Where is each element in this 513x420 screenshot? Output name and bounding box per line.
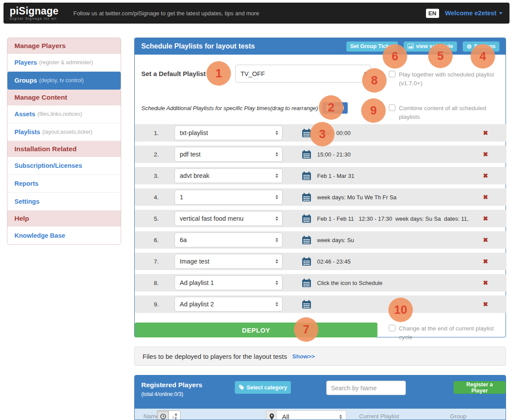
playlist-select[interactable]: vertical fast food menu [174,211,283,226]
select-spinner-icon [276,281,278,285]
remove-playlist-button[interactable]: ✖ [483,129,488,136]
playlist-row-number: 4. [151,194,159,201]
playlist-select[interactable]: txt-playlist [174,125,283,140]
clock-icon [160,413,166,420]
remove-playlist-button[interactable]: ✖ [483,279,488,286]
playlist-schedule-text: 15:00 - 21:30 [317,151,351,158]
annotation-circle-6: 6 [383,44,407,69]
playlist-schedule-text: Click the icon to Schedule [317,280,383,286]
playlist-select[interactable]: 6a [174,233,283,247]
language-badge[interactable]: EN [426,9,439,18]
playlist-row-number: 9. [151,301,159,308]
sort-by-time-button[interactable] [157,410,169,420]
welcome-user-label: Welcome e2etest [445,10,496,17]
deploy-button[interactable]: DEPLOY [135,323,377,337]
sidebar-item-players[interactable]: Players(register & administer) [7,54,121,72]
top-navbar: piSignage Digital Signage for all Follow… [3,3,510,24]
playlist-schedule-text: Feb 1 - Feb 11 12:30 - 17:30 week days: … [317,215,468,222]
playlist-select[interactable]: 1 [174,190,283,205]
sidebar-item-reports[interactable]: Reports [7,175,121,193]
remove-playlist-button[interactable]: ✖ [483,151,488,158]
playlist-row-number: 2. [151,151,159,158]
remove-playlist-button[interactable]: ✖ [483,215,488,222]
playlist-row: 7.Image test02:46 - 23:45✖ [135,253,506,270]
default-playlist-label: Set a Default Playlist [141,67,206,80]
calendar-icon[interactable] [302,193,311,202]
select-spinner-icon [339,415,342,419]
change-cycle-checkbox[interactable] [389,325,395,331]
playlist-row-number: 6. [151,237,159,243]
welcome-user-menu[interactable]: Welcome e2etest [445,10,503,17]
playlist-select[interactable]: Image test [174,254,283,269]
playlist-row: 8.Ad playlist 1Click the icon to Schedul… [135,274,506,292]
show-files-link[interactable]: Show>> [292,353,315,360]
sidebar-item-groups[interactable]: Groups(deploy, tv control) [7,72,121,90]
sidebar-item-subscription-licenses[interactable]: Subscription/Licenses [7,157,121,175]
sidebar-item-settings[interactable]: Settings [7,193,121,211]
combine-content-label: Combine content of all scheduled playlis… [399,104,505,122]
remove-playlist-button[interactable]: ✖ [483,172,488,179]
remove-playlist-button[interactable]: ✖ [483,194,488,201]
select-spinner-icon [276,195,278,199]
playlist-row: 5.vertical fast food menuFeb 1 - Feb 11 … [135,210,506,227]
default-playlist-select[interactable]: TV_OFF [235,65,371,83]
sort-alpha-button[interactable]: ↓ AZ [169,410,181,420]
select-category-button[interactable]: Select category [235,381,291,394]
registered-players-title: Registered Players [141,381,202,389]
playlist-row-number: 5. [151,215,159,222]
sidebar-header-manage-players: Manage Players [7,38,121,54]
current-playlist-column-header: Current Playlist [359,413,399,420]
playlist-schedule-text: week days: Mo Tu We Th Fr Sa [317,194,397,201]
annotation-circle-4: 4 [471,44,495,69]
select-spinner-icon [276,152,278,156]
calendar-icon[interactable] [302,150,311,159]
register-player-button[interactable]: Register a Player [454,381,506,394]
select-spinner-icon [276,302,278,306]
select-spinner-icon [276,259,278,264]
remove-playlist-button[interactable]: ✖ [483,236,488,243]
playlist-row: 2.pdf test15:00 - 21:30✖ [135,146,506,163]
calendar-icon[interactable] [302,300,311,309]
location-filter-select[interactable]: All [277,410,346,420]
sidebar-header-help: Help [7,211,121,226]
select-spinner-icon [276,174,278,178]
play-together-label: Play together with scheduled playlist (v… [399,70,494,88]
sidebar-item-knowledge-base[interactable]: Knowledge Base [7,226,121,244]
change-cycle-option: Change at the end of current playlist cy… [389,324,505,342]
select-spinner-icon [276,216,278,221]
gear-icon: ⚙ [467,44,472,49]
search-input[interactable] [326,381,406,395]
change-cycle-label: Change at the end of current playlist cy… [399,324,505,342]
annotation-circle-9: 9 [361,98,386,123]
calendar-icon[interactable] [302,257,311,266]
combine-content-checkbox[interactable] [389,104,395,111]
playlist-select[interactable]: Ad playlist 2 [174,297,283,312]
sidebar-item-assets[interactable]: Assets(files,links,notices) [7,105,121,123]
sidebar-item-playlists[interactable]: Playlists(layout,assets,ticker) [7,123,121,141]
remove-playlist-button[interactable]: ✖ [483,301,488,308]
playlist-select[interactable]: Ad playlist 1 [174,275,283,290]
page-title: Schedule Playlists for layout tests [141,42,255,50]
annotation-circle-1: 1 [206,61,231,86]
chart-image-icon [408,44,414,49]
tag-icon [239,385,244,390]
calendar-icon[interactable] [302,214,311,223]
registered-players-panel: Registered Players (total:4/online:0/3) … [134,375,506,420]
location-pin-icon [266,410,278,420]
logo-tagline: Digital Signage for all [10,17,59,21]
play-together-option: Play together with scheduled playlist (v… [389,70,500,88]
remove-playlist-button[interactable]: ✖ [483,258,488,265]
calendar-icon[interactable] [302,236,311,245]
playlist-row-number: 3. [151,173,159,179]
play-together-checkbox[interactable] [389,71,395,77]
sort-alpha-icon: ↓ AZ [172,413,177,420]
calendar-icon[interactable] [302,278,311,288]
playlist-select[interactable]: pdf test [174,147,283,162]
playlist-schedule-text: 02:46 - 23:45 [317,258,351,265]
calendar-icon[interactable] [302,171,311,180]
playlist-select[interactable]: advt break [174,168,283,183]
playlist-row-number: 1. [151,130,159,136]
annotation-circle-7: 7 [294,317,318,342]
sidebar-nav: Manage PlayersPlayers(register & adminis… [7,38,121,245]
annotation-circle-5: 5 [428,44,453,68]
